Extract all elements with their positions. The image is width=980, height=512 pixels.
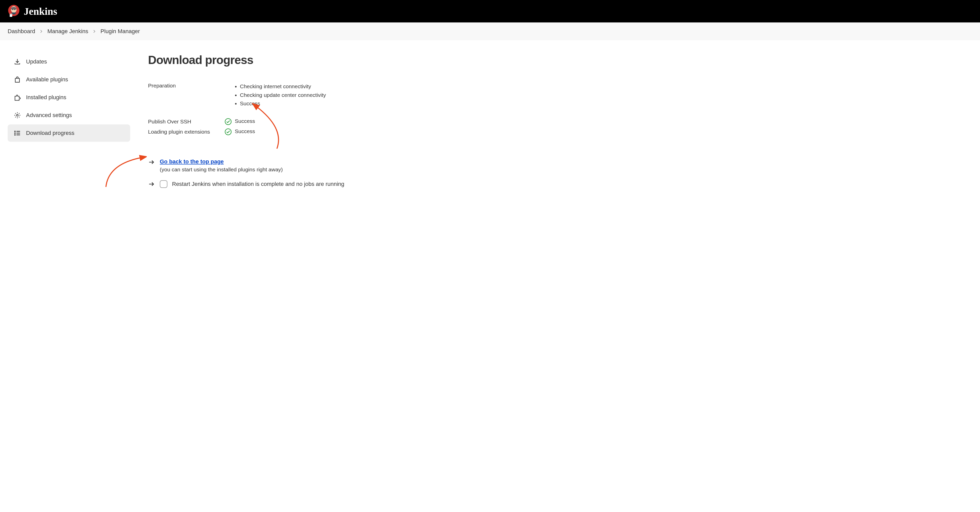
app-header: Jenkins: [0, 0, 980, 22]
sidebar-item-label: Available plugins: [26, 76, 68, 83]
page-title: Download progress: [148, 53, 980, 67]
sidebar-item-label: Advanced settings: [26, 112, 72, 119]
sidebar-item-installed-plugins[interactable]: Installed plugins: [8, 89, 130, 106]
svg-point-10: [15, 133, 15, 133]
task-status: Success: [235, 118, 255, 124]
svg-point-7: [17, 114, 18, 116]
progress-row-task: Loading plugin extensions Success: [148, 128, 980, 135]
restart-label: Restart Jenkins when installation is com…: [172, 181, 344, 187]
preparation-label: Preparation: [148, 82, 224, 89]
progress-row-preparation: Preparation Checking internet connectivi…: [148, 82, 980, 108]
annotation-arrow: [246, 103, 290, 151]
app-name: Jenkins: [24, 5, 57, 17]
go-back-link[interactable]: Go back to the top page: [160, 159, 224, 165]
sidebar-item-advanced-settings[interactable]: Advanced settings: [8, 106, 130, 124]
arrow-right-icon: [148, 159, 155, 165]
download-icon: [14, 58, 21, 65]
chevron-right-icon: [93, 30, 96, 33]
jenkins-logo[interactable]: Jenkins: [8, 5, 57, 17]
sidebar-item-label: Updates: [26, 59, 47, 65]
preparation-step: Checking internet connectivity: [240, 82, 326, 91]
breadcrumb-dashboard[interactable]: Dashboard: [8, 28, 35, 35]
progress-row-task: Publish Over SSH Success: [148, 118, 980, 125]
svg-point-14: [225, 119, 231, 125]
breadcrumbs: Dashboard Manage Jenkins Plugin Manager: [0, 22, 980, 40]
svg-point-2: [12, 9, 13, 10]
svg-point-15: [225, 129, 231, 135]
preparation-steps: Checking internet connectivity Checking …: [224, 82, 326, 108]
jenkins-icon: [8, 5, 20, 17]
breadcrumb-manage-jenkins[interactable]: Manage Jenkins: [48, 28, 88, 35]
chevron-right-icon: [40, 30, 43, 33]
sidebar-item-updates[interactable]: Updates: [8, 53, 130, 70]
go-back-subtext: (you can start using the installed plugi…: [160, 166, 283, 173]
sidebar: Updates Available plugins Installed plug…: [0, 53, 135, 196]
task-label: Publish Over SSH: [148, 118, 224, 125]
success-check-icon: [224, 118, 232, 125]
svg-point-3: [14, 9, 15, 10]
svg-point-12: [15, 135, 15, 135]
sidebar-item-download-progress[interactable]: Download progress: [8, 124, 130, 142]
sidebar-item-label: Installed plugins: [26, 94, 66, 101]
list-icon: [14, 130, 21, 137]
restart-checkbox[interactable]: [160, 180, 167, 188]
preparation-step: Success: [240, 99, 326, 108]
arrow-right-icon: [148, 181, 155, 187]
sidebar-item-label: Download progress: [26, 130, 75, 136]
puzzle-icon: [14, 94, 21, 101]
sidebar-item-available-plugins[interactable]: Available plugins: [8, 71, 130, 88]
shopping-bag-icon: [14, 76, 21, 83]
svg-point-8: [15, 131, 15, 132]
svg-rect-6: [10, 15, 12, 15]
task-label: Loading plugin extensions: [148, 128, 224, 135]
action-go-back: Go back to the top page (you can start u…: [148, 159, 980, 173]
svg-rect-4: [10, 14, 12, 17]
main-content: Download progress Preparation Checking i…: [135, 53, 980, 196]
gear-icon: [14, 112, 21, 119]
breadcrumb-plugin-manager[interactable]: Plugin Manager: [100, 28, 140, 35]
preparation-step: Checking update center connectivity: [240, 91, 326, 100]
success-check-icon: [224, 128, 232, 135]
action-restart: Restart Jenkins when installation is com…: [148, 180, 980, 188]
task-status: Success: [235, 128, 255, 135]
